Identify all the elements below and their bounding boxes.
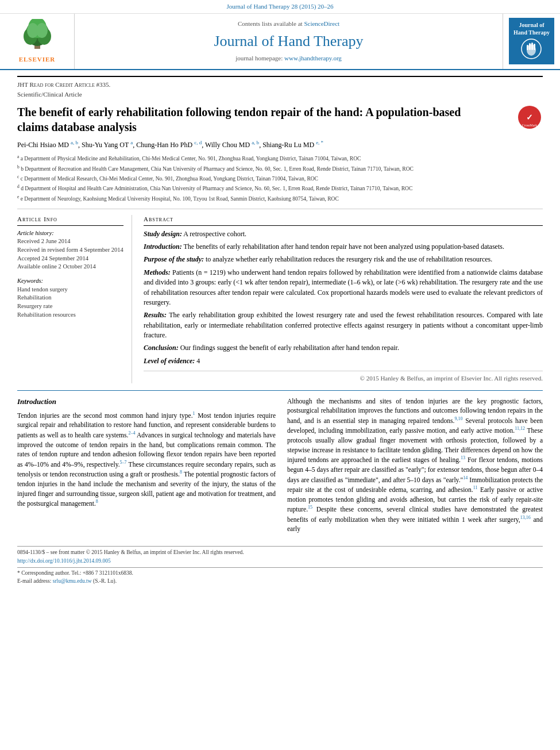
abstract-text: Study design: A retrospective cohort. In… xyxy=(144,229,543,367)
affiliation-b: b b Department of Recreation and Health … xyxy=(17,164,543,173)
results-label: Results: xyxy=(144,311,167,319)
affiliation-d: d d Department of Hospital and Health Ca… xyxy=(17,183,543,193)
keyword-3: Resurgery rate xyxy=(17,302,123,311)
purpose-text: to analyze whether early rehabilitation … xyxy=(206,255,492,263)
article-title: The benefit of early rehabilitation foll… xyxy=(17,105,488,134)
corr-note-line: * Corresponding author. Tel.: +886 7 312… xyxy=(17,570,543,577)
received-date: Received 2 June 2014 xyxy=(17,237,123,246)
affiliation-e: e e Department of Neurology, Kaohsiung M… xyxy=(17,194,543,203)
email-label: E-mail address: xyxy=(17,578,51,584)
conclusion-text: Our findings suggest the benefit of earl… xyxy=(180,344,399,352)
two-col-section: Article Info Article history: Received 2… xyxy=(17,209,543,383)
intro-paragraph1: Tendon injuries are the second most comm… xyxy=(17,410,276,509)
doi-link[interactable]: http://dx.doi.org/10.1016/j.jht.2014.09.… xyxy=(17,558,111,564)
svg-rect-9 xyxy=(529,43,531,50)
top-bar: Journal of Hand Therapy 28 (2015) 20–26 xyxy=(0,0,560,14)
history-label: Article history: xyxy=(17,229,123,238)
svg-rect-11 xyxy=(534,44,535,50)
keywords-label: Keywords: xyxy=(17,277,123,286)
abstract-heading: Abstract xyxy=(144,215,543,225)
page-footer: 0894-1130/$ – see front matter © 2015 Ha… xyxy=(17,546,543,566)
keyword-4: Rehabilitation resources xyxy=(17,311,123,320)
available-date: Available online 2 October 2014 xyxy=(17,263,123,271)
email-suffix: (S.-R. Lu). xyxy=(93,578,117,584)
abstract-col: Abstract Study design: A retrospective c… xyxy=(144,215,543,383)
purpose-label: Purpose of the study: xyxy=(144,255,204,263)
header-center: Contents lists available at ScienceDirec… xyxy=(75,14,503,68)
affiliation-c: c c Department of Medical Research, Chi-… xyxy=(17,174,543,183)
corresponding-author-note: * Corresponding author. Tel.: +886 7 312… xyxy=(17,567,543,585)
keyword-2: Rehabilitation xyxy=(17,294,123,302)
revised-label: Received in revised form 4 September 201… xyxy=(17,246,123,255)
body-left-col: Introduction Tendon injuries are the sec… xyxy=(17,397,276,537)
elsevier-tree-icon xyxy=(14,19,60,51)
study-design-label: Study design: xyxy=(144,230,182,238)
affiliations: a a Department of Physical Medicine and … xyxy=(17,153,543,203)
svg-rect-12 xyxy=(527,45,528,50)
history-block: Article history: Received 2 June 2014 Re… xyxy=(17,229,123,271)
journal-homepage: journal homepage: www.jhandtherapy.org xyxy=(235,54,342,63)
copyright-line: © 2015 Hanley & Belfus, an imprint of El… xyxy=(144,371,543,383)
article-info-heading: Article Info xyxy=(17,215,123,225)
jht-hand-icon xyxy=(521,39,542,59)
issn-line: 0894-1130/$ – see front matter © 2015 Ha… xyxy=(17,549,543,556)
svg-text:✓: ✓ xyxy=(526,113,533,122)
crossmark-icon: ✓ CrossMark xyxy=(517,105,543,130)
journal-title: Journal of Hand Therapy xyxy=(214,31,363,52)
keywords-block: Keywords: Hand tendon surgery Rehabilita… xyxy=(17,277,123,319)
science-direct-line: Contents lists available at ScienceDirec… xyxy=(238,20,339,28)
jht-logo-right: Journal of Hand Therapy xyxy=(503,14,560,68)
article-info-col: Article Info Article history: Received 2… xyxy=(17,215,132,383)
science-direct-link[interactable]: ScienceDirect xyxy=(304,20,339,27)
intro-heading: Introduction xyxy=(17,397,276,407)
conclusion-label: Conclusion: xyxy=(144,344,179,352)
abstract-level: Level of evidence: 4 xyxy=(144,356,543,366)
abstract-methods: Methods: Patients (n = 1219) who underwe… xyxy=(144,268,543,308)
keyword-1: Hand tendon surgery xyxy=(17,286,123,294)
svg-text:CrossMark: CrossMark xyxy=(522,124,538,127)
methods-label: Methods: xyxy=(144,268,171,276)
level-value: 4 xyxy=(196,357,200,365)
abstract-intro: Introduction: The benefits of early reha… xyxy=(144,242,543,252)
accepted-date: Accepted 24 September 2014 xyxy=(17,255,123,263)
article-subtitle: Scientific/Clinical Article xyxy=(17,90,543,99)
jht-logo-box: Journal of Hand Therapy xyxy=(509,18,554,64)
svg-rect-10 xyxy=(531,43,533,50)
journal-ref: Journal of Hand Therapy 28 (2015) 20–26 xyxy=(226,3,333,10)
intro-text: The benefits of early rehabilitation aft… xyxy=(183,243,504,251)
intro-label: Introduction: xyxy=(144,243,182,251)
results-text: The early rehabilitation group exhibited… xyxy=(144,311,543,339)
doi-line: http://dx.doi.org/10.1016/j.jht.2014.09.… xyxy=(17,557,543,565)
article-type-label: JHT Read for Credit Article #335. xyxy=(17,76,543,89)
affiliation-a: a a Department of Physical Medicine and … xyxy=(17,153,543,163)
journal-header: ELSEVIER Contents lists available at Sci… xyxy=(0,14,560,70)
email-link[interactable]: srlu@kmu.edu.tw xyxy=(53,578,92,584)
level-label: Level of evidence: xyxy=(144,357,195,365)
methods-text: Patients (n = 1219) who underwent hand t… xyxy=(144,268,543,306)
abstract-purpose: Purpose of the study: to analyze whether… xyxy=(144,255,543,264)
title-row: The benefit of early rehabilitation foll… xyxy=(17,105,543,134)
article-content: JHT Read for Credit Article #335. Scient… xyxy=(0,70,560,591)
abstract-study-design: Study design: A retrospective cohort. xyxy=(144,229,543,239)
svg-point-6 xyxy=(36,23,48,38)
body-right-col: Although the mechanisms and sites of ten… xyxy=(287,397,543,537)
authors-line: Pei-Chi Hsiao MD a, b, Shu-Yu Yang OT a,… xyxy=(17,139,543,150)
abstract-conclusion: Conclusion: Our findings suggest the ben… xyxy=(144,343,543,353)
homepage-url[interactable]: www.jhandtherapy.org xyxy=(284,55,342,61)
elsevier-wordmark: ELSEVIER xyxy=(19,55,56,64)
email-line: E-mail address: srlu@kmu.edu.tw (S.-R. L… xyxy=(17,578,543,585)
intro-paragraph2: Although the mechanisms and sites of ten… xyxy=(287,397,543,534)
study-design-text: A retrospective cohort. xyxy=(183,230,246,238)
body-section: Introduction Tendon injuries are the sec… xyxy=(17,390,543,537)
elsevier-logo-area: ELSEVIER xyxy=(0,14,75,68)
abstract-results: Results: The early rehabilitation group … xyxy=(144,310,543,340)
